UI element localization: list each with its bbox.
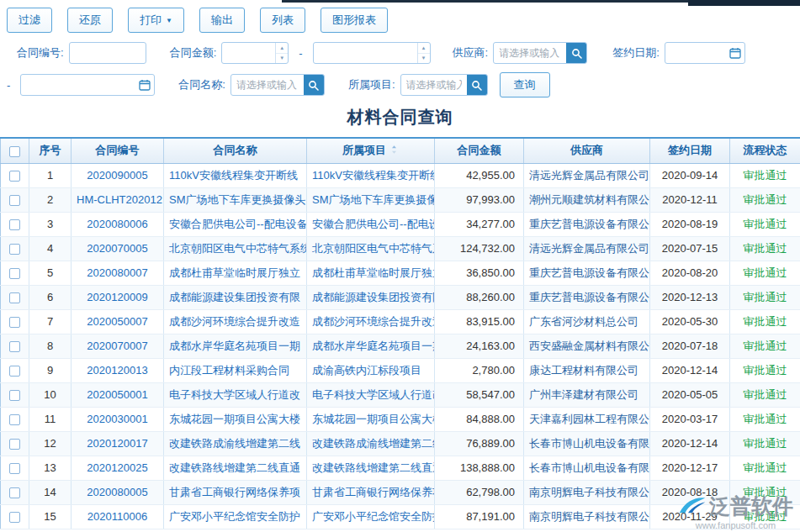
row-checkbox[interactable] [9, 390, 20, 401]
row-checkbox[interactable] [9, 366, 20, 377]
row-checkbox[interactable] [9, 244, 20, 255]
contract-no-link[interactable]: 2020030001 [72, 407, 164, 431]
row-checkbox[interactable] [9, 219, 20, 230]
query-button[interactable]: 查询 [500, 72, 550, 97]
row-checkbox[interactable] [9, 414, 20, 425]
contract-name-link[interactable]: 甘肃省工商银行网络保养项 [164, 480, 307, 504]
project-link[interactable]: 甘肃省工商银行网络保养项 [307, 480, 435, 504]
sign-date-from-input[interactable] [665, 47, 726, 59]
col-header-contract-name[interactable]: 合同名称 [164, 138, 307, 163]
contract-no-link[interactable]: 2020080005 [72, 480, 164, 504]
contract-name-link[interactable]: 北京朝阳区电气中芯特气系统 [164, 236, 307, 261]
export-button[interactable]: 输出 [199, 8, 245, 33]
col-header-status[interactable]: 流程状态 [730, 138, 800, 163]
supplier-name: 重庆艺普电源设备有限公司 [524, 212, 650, 236]
contract-no-link[interactable]: HM-CLHT202012 [72, 187, 164, 212]
calendar-icon[interactable] [726, 43, 744, 63]
amount-max-input[interactable] [314, 47, 417, 59]
project-link[interactable]: 电子科技大学区域人行道改 [307, 382, 435, 407]
filter-row-1: 合同编号: 合同金额: ▲ ▼ - ▲ ▼ 供应商: 签约日期: [0, 42, 800, 64]
contract-name-link[interactable]: 安徽合肥供电公司--配电设备 [164, 212, 307, 236]
contract-name-link[interactable]: 改建铁路成渝线增建第二线 [164, 431, 307, 456]
contract-no-link[interactable]: 2020070007 [72, 334, 164, 358]
contract-no-link[interactable]: 2020080007 [72, 261, 164, 285]
contract-no-link[interactable]: 2020110006 [72, 504, 164, 529]
amount-min-input[interactable] [222, 47, 275, 59]
search-icon[interactable] [566, 43, 586, 63]
search-icon[interactable] [467, 75, 487, 95]
contract-name-link[interactable]: 110kV安徽线程集变开断线 [164, 163, 307, 187]
contract-no-link[interactable]: 2020050007 [72, 309, 164, 334]
project-link[interactable]: 改建铁路线增建第二线直通 [307, 456, 435, 480]
contract-name-link[interactable]: 成都能源建设集团投资有限 [164, 285, 307, 309]
select-all-checkbox[interactable] [9, 146, 20, 157]
contract-name-link[interactable]: 改建铁路线增建第二线直通 [164, 456, 307, 480]
filter-button[interactable]: 过滤 [7, 8, 52, 33]
project-link[interactable]: 安徽合肥供电公司--配电设备 [307, 212, 435, 236]
contract-name-link[interactable]: 成都沙河环境综合提升改造 [164, 309, 307, 334]
contract-no-link[interactable]: 2020120009 [72, 285, 164, 309]
contract-name-link[interactable]: 广安邓小平纪念馆安全防护 [164, 504, 307, 529]
project-link[interactable]: 成都水岸华庭名苑项目一期 [307, 334, 435, 358]
contract-name-link[interactable]: 成都水岸华庭名苑项目一期 [164, 334, 307, 358]
list-button[interactable]: 列表 [260, 8, 305, 33]
project-input[interactable] [401, 79, 467, 91]
contract-no-link[interactable]: 2020070005 [72, 236, 164, 261]
col-header-contract-no[interactable]: 合同编号 [72, 138, 164, 163]
graph-report-button[interactable]: 图形报表 [321, 8, 388, 33]
spinner-up-icon[interactable]: ▲ [276, 43, 288, 54]
project-link[interactable]: 广安邓小平纪念馆安全防护 [307, 504, 435, 529]
row-checkbox[interactable] [9, 439, 20, 450]
project-link[interactable]: 改建铁路成渝线增建第二线 [307, 431, 435, 456]
col-header-amount[interactable]: 合同金额 [435, 138, 524, 163]
calendar-icon[interactable] [135, 75, 154, 95]
spinner-down-icon[interactable]: ▼ [418, 54, 430, 64]
contract-name-link[interactable]: 电子科技大学区域人行道改 [164, 382, 307, 407]
project-link[interactable]: 成都能源建设集团投资有限 [307, 285, 435, 309]
supplier-name: 天津嘉利园林工程有限公司 [524, 407, 650, 431]
contract-no-link[interactable]: 2020090005 [72, 163, 164, 187]
project-link[interactable]: 东城花园一期项目公寓大楼 [307, 407, 435, 431]
project-link[interactable]: 北京朝阳区电气中芯特气系统 [307, 236, 435, 261]
contract-name-link[interactable]: 东城花园一期项目公寓大楼 [164, 407, 307, 431]
spinner-down-icon[interactable]: ▼ [276, 54, 288, 64]
spinner-up-icon[interactable]: ▲ [418, 43, 430, 54]
search-icon[interactable] [304, 75, 324, 95]
contract-no-link[interactable]: 2020080006 [72, 212, 164, 236]
contract-amount: 88,260.00 [435, 285, 524, 309]
contract-amount: 83,915.00 [435, 309, 524, 334]
contract-name-link[interactable]: 内江段工程材料采购合同 [164, 358, 307, 382]
sign-date-to-input[interactable] [21, 79, 135, 91]
row-checkbox[interactable] [9, 512, 20, 523]
supplier-input[interactable] [494, 47, 566, 59]
project-link[interactable]: SM广场地下车库更换摄像头 [307, 187, 435, 212]
contract-no-link[interactable]: 2020120013 [72, 358, 164, 382]
print-button[interactable]: 打印▼ [128, 8, 184, 33]
project-link[interactable]: 成都杜甫草堂临时展厅独立 [307, 261, 435, 285]
row-checkbox[interactable] [9, 463, 20, 474]
col-header-no[interactable]: 序号 [29, 138, 72, 163]
project-link[interactable]: 110kV安徽线程集变开断线 [307, 163, 435, 187]
row-checkbox[interactable] [9, 341, 20, 352]
contract-name-input[interactable] [231, 79, 304, 91]
row-checkbox[interactable] [9, 487, 20, 498]
contract-name-link[interactable]: SM广场地下车库更换摄像头 [164, 187, 307, 212]
project-link[interactable]: 成渝高铁内江标段项目 [307, 358, 435, 382]
col-header-sign-date[interactable]: 签约日期 [650, 138, 730, 163]
contract-no-link[interactable]: 2020120017 [72, 431, 164, 456]
project-link[interactable]: 成都沙河环境综合提升改造 [307, 309, 435, 334]
contract-no-input[interactable] [70, 47, 146, 59]
row-checkbox[interactable] [9, 195, 20, 206]
col-header-supplier[interactable]: 供应商 [524, 138, 650, 163]
contract-no-link[interactable]: 2020120025 [72, 456, 164, 480]
row-checkbox[interactable] [9, 268, 20, 279]
row-checkbox[interactable] [9, 292, 20, 303]
col-header-project[interactable]: 所属项目 [307, 138, 435, 163]
contract-no-link[interactable]: 2020050001 [72, 382, 164, 407]
reset-button[interactable]: 还原 [67, 8, 113, 33]
row-checkbox[interactable] [9, 171, 20, 182]
sort-icon[interactable] [389, 145, 399, 157]
row-checkbox[interactable] [9, 317, 20, 328]
contract-name-link[interactable]: 成都杜甫草堂临时展厅独立 [164, 261, 307, 285]
table-row: 12 2020120017 改建铁路成渝线增建第二线 改建铁路成渝线增建第二线 … [1, 431, 800, 456]
